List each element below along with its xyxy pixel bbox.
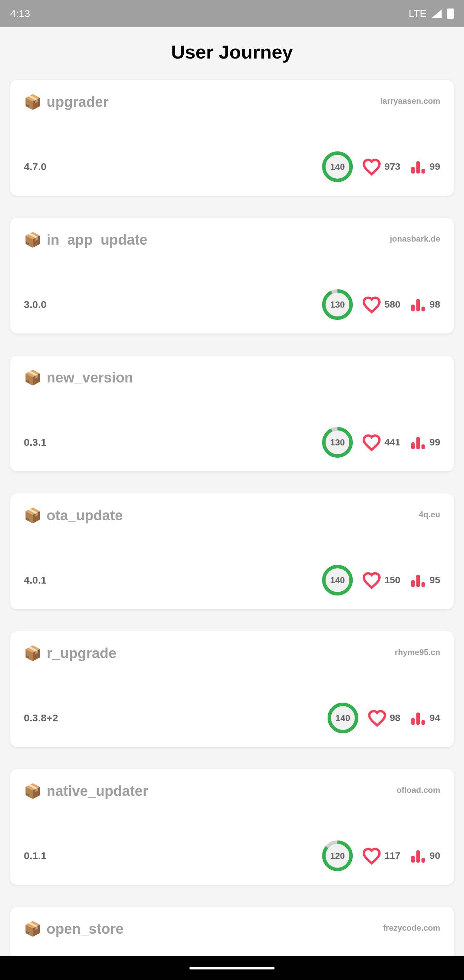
popularity-stat: 99 bbox=[410, 434, 440, 450]
package-icon: 📦 bbox=[24, 507, 41, 524]
package-name: r_upgrade bbox=[47, 645, 116, 662]
score-value: 130 bbox=[330, 299, 345, 310]
svg-rect-14 bbox=[421, 444, 425, 449]
package-card[interactable]: 📦 new_version 0.3.1 130 bbox=[10, 356, 454, 471]
publisher-label: jonasbark.de bbox=[390, 234, 440, 243]
version-label: 4.7.0 bbox=[24, 161, 47, 172]
package-icon: 📦 bbox=[24, 645, 41, 662]
svg-rect-3 bbox=[416, 161, 420, 173]
svg-rect-22 bbox=[411, 718, 415, 725]
likes-stat: 98 bbox=[368, 709, 400, 727]
svg-rect-13 bbox=[416, 437, 420, 449]
score-value: 140 bbox=[330, 162, 345, 172]
status-indicators: LTE bbox=[408, 8, 454, 19]
version-label: 0.3.1 bbox=[24, 437, 47, 448]
stats-row: 130 580 98 bbox=[322, 289, 440, 320]
package-name-row: 📦 upgrader bbox=[24, 94, 108, 110]
package-name: upgrader bbox=[47, 94, 108, 110]
publisher-label: frezycode.com bbox=[383, 923, 440, 933]
likes-value: 973 bbox=[385, 161, 400, 172]
bars-icon bbox=[410, 159, 426, 175]
package-icon: 📦 bbox=[24, 783, 41, 799]
version-label: 0.1.1 bbox=[24, 850, 47, 862]
signal-icon bbox=[432, 10, 442, 18]
score-value: 130 bbox=[330, 437, 345, 448]
bars-icon bbox=[410, 296, 426, 313]
heart-icon bbox=[362, 295, 381, 314]
package-card[interactable]: 📦 upgrader larryaasen.com 4.7.0 140 bbox=[10, 80, 454, 196]
packages-list[interactable]: 📦 upgrader larryaasen.com 4.7.0 140 bbox=[10, 80, 454, 980]
package-card[interactable]: 📦 native_updater ofload.com 0.1.1 120 bbox=[10, 769, 454, 885]
package-card[interactable]: 📦 in_app_update jonasbark.de 3.0.0 130 bbox=[10, 218, 454, 334]
score-badge: 140 bbox=[322, 151, 353, 182]
stats-row: 130 441 99 bbox=[322, 427, 440, 458]
bars-icon bbox=[410, 848, 426, 864]
bars-icon bbox=[410, 572, 426, 588]
popularity-value: 99 bbox=[430, 161, 440, 172]
card-footer: 3.0.0 130 580 bbox=[24, 289, 440, 320]
package-name: in_app_update bbox=[47, 232, 147, 248]
svg-rect-9 bbox=[421, 307, 425, 311]
nav-handle[interactable] bbox=[189, 967, 275, 969]
package-name-row: 📦 open_store bbox=[24, 920, 124, 937]
stats-row: 140 150 95 bbox=[322, 565, 440, 595]
card-footer: 4.7.0 140 973 bbox=[24, 151, 440, 182]
card-header: 📦 open_store frezycode.com bbox=[24, 920, 440, 937]
battery-icon bbox=[447, 8, 454, 19]
svg-rect-12 bbox=[411, 442, 415, 449]
svg-rect-19 bbox=[421, 582, 425, 587]
likes-value: 98 bbox=[390, 713, 400, 724]
likes-stat: 580 bbox=[362, 295, 400, 314]
package-icon: 📦 bbox=[24, 231, 41, 248]
likes-stat: 117 bbox=[362, 846, 400, 865]
stats-row: 120 117 90 bbox=[322, 840, 440, 871]
likes-stat: 441 bbox=[362, 433, 400, 452]
svg-rect-27 bbox=[411, 856, 415, 862]
package-card[interactable]: 📦 r_upgrade rhyme95.cn 0.3.8+2 140 bbox=[10, 631, 454, 747]
package-card[interactable]: 📦 ota_update 4q.eu 4.0.1 140 bbox=[10, 493, 454, 609]
package-name-row: 📦 in_app_update bbox=[24, 231, 147, 248]
package-name-row: 📦 new_version bbox=[24, 369, 133, 386]
svg-rect-7 bbox=[411, 305, 415, 311]
svg-rect-17 bbox=[411, 580, 415, 587]
popularity-stat: 95 bbox=[410, 572, 440, 588]
bottom-nav bbox=[0, 956, 464, 980]
package-name: ota_update bbox=[47, 508, 123, 524]
svg-rect-23 bbox=[416, 713, 420, 725]
popularity-value: 94 bbox=[430, 713, 440, 724]
stats-row: 140 973 99 bbox=[322, 151, 440, 182]
heart-icon bbox=[362, 158, 381, 176]
likes-value: 580 bbox=[385, 299, 400, 310]
version-label: 0.3.8+2 bbox=[24, 712, 58, 724]
version-label: 4.0.1 bbox=[24, 574, 47, 586]
score-value: 140 bbox=[330, 575, 345, 585]
svg-rect-2 bbox=[411, 167, 415, 173]
popularity-value: 95 bbox=[430, 575, 440, 585]
card-header: 📦 ota_update 4q.eu bbox=[24, 507, 440, 524]
svg-rect-4 bbox=[421, 169, 425, 173]
score-badge: 140 bbox=[327, 703, 358, 733]
publisher-label: rhyme95.cn bbox=[395, 648, 440, 657]
card-header: 📦 r_upgrade rhyme95.cn bbox=[24, 645, 440, 662]
card-footer: 0.3.1 130 441 bbox=[24, 427, 440, 458]
network-label: LTE bbox=[408, 8, 427, 19]
likes-value: 441 bbox=[385, 437, 400, 448]
status-bar: 4:13 LTE bbox=[0, 0, 464, 27]
score-badge: 140 bbox=[322, 565, 353, 595]
package-name: native_updater bbox=[47, 783, 148, 799]
likes-stat: 973 bbox=[362, 158, 400, 176]
card-header: 📦 upgrader larryaasen.com bbox=[24, 94, 440, 110]
package-icon: 📦 bbox=[24, 369, 41, 386]
score-value: 140 bbox=[335, 713, 350, 724]
svg-rect-28 bbox=[416, 850, 420, 862]
package-name: open_store bbox=[47, 921, 124, 937]
card-header: 📦 in_app_update jonasbark.de bbox=[24, 231, 440, 248]
status-time: 4:13 bbox=[10, 8, 30, 19]
likes-stat: 150 bbox=[362, 571, 400, 590]
score-badge: 130 bbox=[322, 427, 353, 458]
svg-rect-18 bbox=[416, 575, 420, 587]
popularity-stat: 98 bbox=[410, 296, 440, 313]
score-badge: 120 bbox=[322, 840, 353, 871]
svg-rect-8 bbox=[416, 299, 420, 311]
heart-icon bbox=[362, 846, 381, 865]
